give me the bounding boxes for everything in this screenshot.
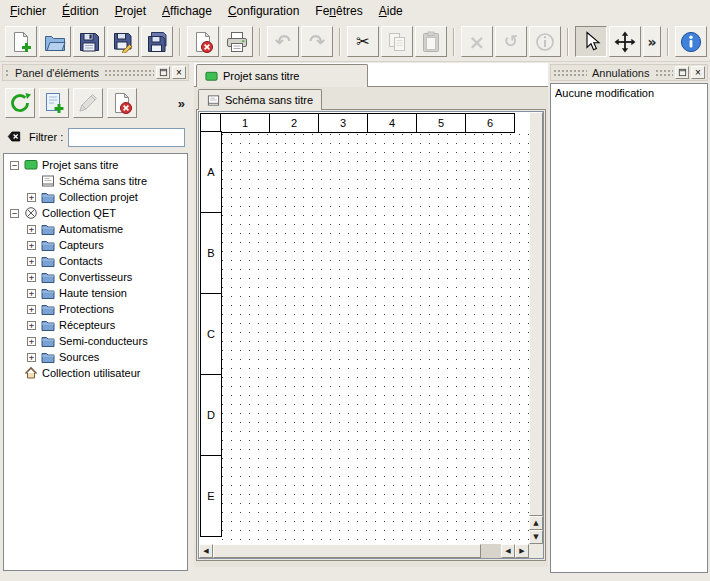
floppy-all-icon (145, 30, 169, 54)
save-button[interactable] (73, 26, 105, 57)
save-as-button[interactable] (107, 26, 139, 57)
delete-selection-button[interactable]: × (461, 26, 493, 57)
scroll-left-button-2[interactable]: ◀ (501, 544, 515, 558)
copy-button[interactable] (381, 26, 413, 57)
undo-button[interactable]: ↶ (267, 26, 299, 57)
menu-aide[interactable]: Aide (371, 1, 411, 21)
dock-drag-handle[interactable] (655, 69, 674, 76)
scrollbar-corner (529, 544, 543, 558)
scroll-down-button[interactable]: ▼ (529, 530, 543, 544)
tab-project-sans-titre[interactable]: Projet sans titre (196, 64, 368, 87)
tree-item-protections[interactable]: +Protections (4, 301, 187, 317)
visualisation-mode-button[interactable] (609, 26, 641, 57)
cut-icon: ✂ (351, 30, 375, 54)
toolbar-overflow-button[interactable]: » (643, 26, 661, 57)
elements-tree: −Projet sans titreSchéma sans titre+Coll… (3, 153, 188, 571)
expand-icon[interactable]: + (27, 305, 36, 314)
dock-drag-handle[interactable] (553, 69, 587, 76)
dock-drag-handle[interactable] (5, 69, 10, 76)
tree-item-label: Schéma sans titre (59, 175, 147, 187)
selection-info-button[interactable] (529, 26, 561, 57)
tree-item-contacts[interactable]: +Contacts (4, 253, 187, 269)
reload-collections-button[interactable] (5, 88, 35, 118)
tree-item-sources[interactable]: +Sources (4, 349, 187, 365)
menu-fichier[interactable]: Fichier (2, 1, 54, 21)
tree-item-haute-tension[interactable]: +Haute tension (4, 285, 187, 301)
folder-open-icon (43, 30, 67, 54)
expand-icon[interactable]: + (27, 321, 36, 330)
tree-item-collection-projet[interactable]: +Collection projet (4, 189, 187, 205)
scroll-up-button[interactable]: ▲ (529, 516, 543, 530)
menu-fenetres[interactable]: Fenêtres (307, 1, 370, 21)
undo-history-list[interactable]: Aucune modification (550, 83, 708, 573)
dock-float-button[interactable] (156, 66, 170, 79)
delete-element-button[interactable] (107, 88, 137, 118)
filter-input[interactable] (68, 128, 185, 147)
scroll-right-button[interactable]: ▶ (515, 544, 529, 558)
tree-item-label: Projet sans titre (42, 159, 118, 171)
expand-icon[interactable]: + (27, 273, 36, 282)
tree-item-capteurs[interactable]: +Capteurs (4, 237, 187, 253)
dock-close-button[interactable]: × (691, 66, 705, 79)
tree-item-recepteurs[interactable]: +Récepteurs (4, 317, 187, 333)
dock-drag-handle[interactable] (104, 69, 154, 76)
scroll-left-button[interactable]: ◀ (199, 544, 213, 558)
close-document-button[interactable] (187, 26, 219, 57)
tree-item-label: Récepteurs (59, 319, 115, 331)
folder-icon (40, 222, 55, 236)
mdi-workspace: Projet sans titre Schéma sans titre 1234… (192, 63, 548, 575)
menu-configuration[interactable]: Configuration (220, 1, 307, 21)
expand-icon[interactable]: + (27, 289, 36, 298)
paste-button[interactable] (415, 26, 447, 57)
print-button[interactable] (221, 26, 253, 57)
printer-icon (225, 30, 249, 54)
tree-item-label: Protections (59, 303, 114, 315)
vertical-scrollbar-thumb[interactable] (529, 112, 543, 516)
menu-affichage[interactable]: Affichage (154, 1, 220, 21)
panel-toolbar-overflow-button[interactable]: » (176, 95, 187, 112)
tree-item-collection-utilisateur[interactable]: Collection utilisateur (4, 365, 187, 381)
about-qet-button[interactable] (675, 26, 707, 57)
tree-item-schema-sans-titre[interactable]: Schéma sans titre (4, 173, 187, 189)
info-blue-icon (679, 30, 703, 54)
toolbar-separator (179, 28, 181, 56)
expand-icon[interactable]: + (27, 225, 36, 234)
expand-icon[interactable]: + (27, 241, 36, 250)
tree-item-projet-sans-titre[interactable]: −Projet sans titre (4, 157, 187, 173)
collapse-icon[interactable]: − (10, 209, 19, 218)
expand-icon[interactable]: + (27, 337, 36, 346)
cut-button[interactable]: ✂ (347, 26, 379, 57)
collapse-icon[interactable]: − (10, 161, 19, 170)
expand-icon[interactable]: + (27, 257, 36, 266)
schema-canvas[interactable] (222, 133, 529, 544)
save-all-button[interactable] (141, 26, 173, 57)
dock-float-button[interactable] (675, 66, 689, 79)
tree-item-label: Automatisme (59, 223, 123, 235)
tree-item-convertisseurs[interactable]: +Convertisseurs (4, 269, 187, 285)
horizontal-scrollbar-thumb[interactable] (213, 544, 481, 558)
open-document-button[interactable] (39, 26, 71, 57)
redo-button[interactable]: ↷ (301, 26, 333, 57)
toolbar-separator (339, 28, 341, 56)
page-plus-icon (9, 30, 33, 54)
tree-item-automatisme[interactable]: +Automatisme (4, 221, 187, 237)
new-element-button[interactable] (39, 88, 69, 118)
folder-icon (40, 302, 55, 316)
edit-element-button[interactable] (73, 88, 103, 118)
selection-mode-button[interactable] (575, 26, 607, 57)
dock-close-button[interactable]: × (172, 66, 186, 79)
expand-icon[interactable]: + (27, 353, 36, 362)
new-document-button[interactable] (5, 26, 37, 57)
tab-schema-sans-titre[interactable]: Schéma sans titre (198, 89, 322, 110)
vertical-scrollbar[interactable]: ▲ ▼ (529, 112, 543, 544)
menu-edition[interactable]: Édition (54, 1, 107, 21)
tree-item-collection-qet[interactable]: −Collection QET (4, 205, 187, 221)
rotate-selection-button[interactable]: ↺ (495, 26, 527, 57)
expand-icon[interactable]: + (27, 193, 36, 202)
horizontal-scrollbar[interactable]: ◀ ◀ ▶ (199, 544, 529, 558)
project-tab-label: Projet sans titre (223, 70, 299, 82)
clear-filter-button[interactable] (6, 129, 24, 145)
tree-item-semi-conducteurs[interactable]: +Semi-conducteurs (4, 333, 187, 349)
schema-view[interactable]: 123456 ABCDE ▲ ▼ ◀ ◀ ▶ (198, 111, 544, 559)
menu-projet[interactable]: Projet (107, 1, 154, 21)
